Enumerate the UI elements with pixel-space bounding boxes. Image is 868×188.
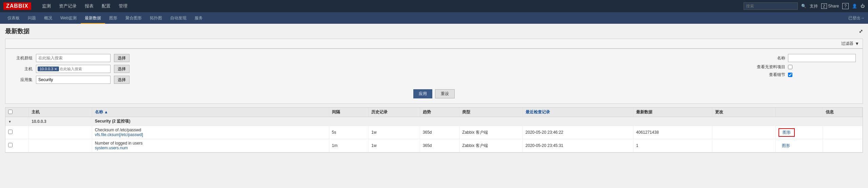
- item-type-2: Zabbix 客户端: [459, 139, 522, 152]
- nav-web[interactable]: Web监测: [56, 12, 81, 24]
- nav-discovery[interactable]: 自动发现: [166, 12, 191, 24]
- nav-monitor[interactable]: 监测: [38, 0, 55, 12]
- item-action-1: 图形: [775, 126, 823, 139]
- no-data-checkbox[interactable]: [788, 65, 792, 69]
- graph-button-2[interactable]: 图形: [778, 142, 793, 149]
- th-history: 历史记录: [369, 108, 420, 117]
- name-input[interactable]: [788, 54, 856, 62]
- search-input[interactable]: [744, 2, 798, 10]
- nav-config[interactable]: 配置: [98, 0, 115, 12]
- th-change: 更改: [712, 108, 775, 117]
- item-trend-1: 365d: [420, 126, 459, 139]
- filter-name-row: 名称: [755, 54, 856, 62]
- item-link-1[interactable]: vfs.file.cksum[/etc/passwd]: [95, 132, 143, 137]
- item-link-2[interactable]: system.users.num: [95, 146, 128, 150]
- app-select-btn[interactable]: 选择: [114, 76, 130, 84]
- expand-icon[interactable]: ⤢: [859, 29, 863, 34]
- host-tag-value: 10.0.0.3: [40, 67, 53, 71]
- nav-topology[interactable]: 拓扑图: [146, 12, 166, 24]
- item-interval-1: 5s: [329, 126, 369, 139]
- graph-button-1[interactable]: 图形: [778, 128, 795, 137]
- th-interval: 间隔: [329, 108, 369, 117]
- top-navbar: ZABBIX 监测 资产记录 报表 配置 管理 🔍 支持 Z Share ? 👤…: [0, 0, 868, 12]
- table-header-row: 主机 名称 ▲ 间隔 历史记录 趋势 类型: [5, 108, 863, 117]
- nav-problems[interactable]: 问题: [24, 12, 40, 24]
- item-history-2: 1w: [369, 139, 420, 152]
- nav-services[interactable]: 服务: [191, 12, 207, 24]
- th-info: 信息: [823, 108, 863, 117]
- item-check-cell-2: [5, 139, 29, 152]
- item-trend-2: 365d: [420, 139, 459, 152]
- filter-detail-row: 查看细节: [755, 72, 856, 78]
- item-lastcheck-2: 2020-05-20 23:45:31: [522, 139, 633, 152]
- host-tag-box[interactable]: 10.0.0.3 ✕: [36, 65, 111, 73]
- item-checkbox-2[interactable]: [8, 143, 13, 147]
- table-group-row: ▼ 10.0.0.3 Security (2 监控项): [5, 117, 863, 126]
- search-icon: 🔍: [801, 4, 806, 8]
- share-icon: Z: [821, 3, 827, 9]
- app-logo: ZABBIX: [3, 2, 31, 10]
- item-history-1: 1w: [369, 126, 420, 139]
- nav-report[interactable]: 报表: [81, 0, 98, 12]
- filter-right-col: 名称 查看无资料项目 查看细节: [755, 54, 856, 78]
- th-lastdata: 最新数据: [633, 108, 712, 117]
- host-select-btn[interactable]: 选择: [114, 65, 130, 73]
- filter-topbar: 过滤器 ▼: [5, 39, 863, 49]
- nav-latest[interactable]: 最新数据: [81, 12, 105, 24]
- user-icon[interactable]: 👤: [852, 4, 857, 8]
- item-lastdata-2: 1: [633, 139, 712, 152]
- th-lastcheck[interactable]: 最近检查记录: [522, 108, 633, 117]
- th-name[interactable]: 名称 ▲: [92, 108, 329, 117]
- host-tag-close-icon[interactable]: ✕: [54, 67, 57, 71]
- nav-dashboard[interactable]: 仪表板: [3, 12, 24, 24]
- table-body: ▼ 10.0.0.3 Security (2 监控项) Checksum of …: [5, 117, 863, 152]
- logout-icon[interactable]: ⏻: [861, 4, 865, 8]
- apply-button[interactable]: 应用: [413, 89, 432, 98]
- logout-link[interactable]: 已登出→: [848, 15, 865, 21]
- help-icon[interactable]: ?: [842, 3, 849, 9]
- item-change-2: [712, 139, 775, 152]
- filter-row-host: 主机 10.0.0.3 ✕ 选择: [12, 65, 731, 73]
- select-all-checkbox[interactable]: [8, 110, 13, 114]
- filter-toggle[interactable]: 过滤器 ▼: [841, 41, 859, 46]
- group-host: 10.0.0.3: [29, 117, 92, 126]
- item-info-2: [823, 139, 863, 152]
- support-link[interactable]: 支持: [810, 3, 818, 9]
- reset-button[interactable]: 重设: [435, 89, 455, 98]
- filter-actions: 应用 重设: [12, 89, 856, 98]
- host-group-label: 主机群组: [12, 55, 33, 61]
- share-link[interactable]: Z Share: [821, 4, 839, 8]
- app-input[interactable]: [36, 76, 111, 84]
- top-nav-right: 🔍 支持 Z Share ? 👤 ⏻: [744, 2, 865, 10]
- host-search-input[interactable]: [60, 67, 87, 71]
- th-type: 类型: [459, 108, 522, 117]
- detail-checkbox[interactable]: [788, 73, 792, 77]
- name-label: 名称: [755, 55, 785, 61]
- host-group-input[interactable]: [36, 54, 111, 62]
- nav-asset[interactable]: 资产记录: [55, 0, 81, 12]
- second-navbar: 仪表板 问题 概况 Web监测 最新数据 图形 聚合图形 拓扑图 自动发现 服务…: [0, 12, 868, 24]
- th-actions: [775, 108, 823, 117]
- table-row: Number of logged in users system.users.n…: [5, 139, 863, 152]
- item-check-cell: [5, 126, 29, 139]
- group-label: Security (2 监控项): [92, 117, 862, 126]
- filter-label: 过滤器: [841, 41, 853, 46]
- page-title-bar: 最新数据 ⤢: [5, 27, 863, 35]
- table-row: Checksum of /etc/passwd vfs.file.cksum[/…: [5, 126, 863, 139]
- host-tag: 10.0.0.3 ✕: [38, 67, 59, 71]
- item-name-1: Checksum of /etc/passwd vfs.file.cksum[/…: [92, 126, 329, 139]
- page-content: 最新数据 ⤢ 过滤器 ▼ 主机群组 选择 主机: [0, 24, 868, 156]
- item-change-1: [712, 126, 775, 139]
- filter-row-hostgroup: 主机群组 选择: [12, 54, 731, 62]
- nav-graphs[interactable]: 图形: [105, 12, 121, 24]
- th-host: 主机: [29, 108, 92, 117]
- item-name-2: Number of logged in users system.users.n…: [92, 139, 329, 152]
- nav-overview[interactable]: 概况: [40, 12, 56, 24]
- nav-admin[interactable]: 管理: [115, 0, 132, 12]
- group-collapse-icon[interactable]: ▼: [8, 120, 12, 124]
- nav-screens[interactable]: 聚合图形: [121, 12, 146, 24]
- detail-label: 查看细节: [755, 72, 785, 78]
- item-host-2: [29, 139, 92, 152]
- host-group-select-btn[interactable]: 选择: [114, 54, 130, 62]
- item-checkbox-1[interactable]: [8, 130, 13, 134]
